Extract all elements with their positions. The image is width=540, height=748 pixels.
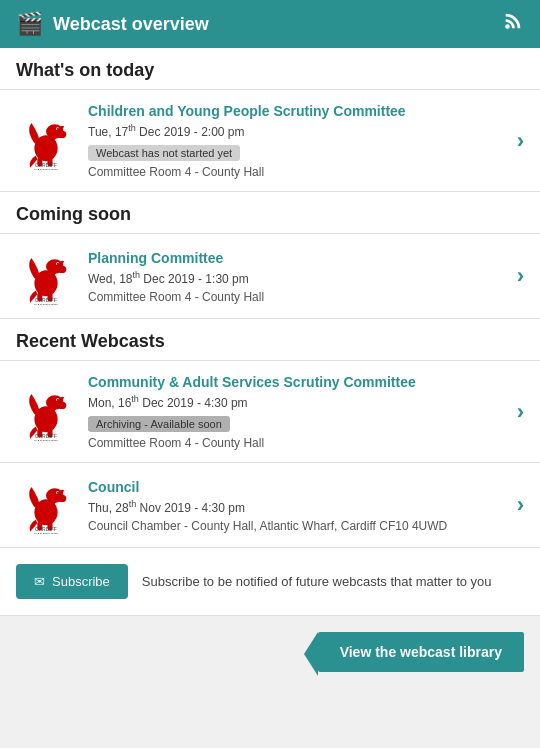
library-section: View the webcast library xyxy=(0,616,540,688)
event-title-planning: Planning Committee xyxy=(88,249,509,267)
recent-webcasts-header: Recent Webcasts xyxy=(0,319,540,361)
chevron-icon-council: › xyxy=(517,492,524,518)
coming-soon-header: Coming soon xyxy=(0,192,540,234)
header-title: Webcast overview xyxy=(53,14,209,35)
svg-point-0 xyxy=(505,24,510,29)
event-logo-planning: CARDIFF CAERDYDD xyxy=(16,246,76,306)
event-date-community: Mon, 16th Dec 2019 - 4:30 pm xyxy=(88,394,509,410)
event-logo: CARDIFF CAERDYDD xyxy=(16,111,76,171)
event-location-planning: Committee Room 4 - County Hall xyxy=(88,290,509,304)
event-content-council: Council Thu, 28th Nov 2019 - 4:30 pm Cou… xyxy=(88,478,509,533)
event-content: Children and Young People Scrutiny Commi… xyxy=(88,102,509,179)
event-content-community: Community & Adult Services Scrutiny Comm… xyxy=(88,373,509,450)
header: 🎬 Webcast overview xyxy=(0,0,540,48)
svg-text:CARDIFF: CARDIFF xyxy=(35,162,57,168)
chevron-icon: › xyxy=(517,128,524,154)
chevron-icon-community: › xyxy=(517,399,524,425)
event-date: Tue, 17th Dec 2019 - 2:00 pm xyxy=(88,123,509,139)
subscribe-button-label: Subscribe xyxy=(52,574,110,589)
event-row-planning[interactable]: CARDIFF CAERDYDD Planning Committee Wed,… xyxy=(0,234,540,319)
subscribe-section: ✉ Subscribe Subscribe to be notified of … xyxy=(0,548,540,616)
webcast-icon: 🎬 xyxy=(16,11,43,37)
event-badge-archiving: Archiving - Available soon xyxy=(88,416,230,432)
subscribe-description: Subscribe to be notified of future webca… xyxy=(142,573,492,591)
whats-on-today-header: What's on today xyxy=(0,48,540,90)
svg-text:CAERDYDD: CAERDYDD xyxy=(34,303,58,305)
event-location-community: Committee Room 4 - County Hall xyxy=(88,436,509,450)
rss-icon[interactable] xyxy=(502,10,524,38)
event-content-planning: Planning Committee Wed, 18th Dec 2019 - … xyxy=(88,249,509,304)
event-date-planning: Wed, 18th Dec 2019 - 1:30 pm xyxy=(88,270,509,286)
view-library-button[interactable]: View the webcast library xyxy=(318,632,524,672)
envelope-icon: ✉ xyxy=(34,574,45,589)
event-date-council: Thu, 28th Nov 2019 - 4:30 pm xyxy=(88,499,509,515)
event-logo-community: CARDIFF CAERDYDD xyxy=(16,382,76,442)
app-container: 🎬 Webcast overview What's on today xyxy=(0,0,540,688)
event-row-children-committee[interactable]: CARDIFF CAERDYDD Children and Young Peop… xyxy=(0,90,540,192)
event-badge-not-started: Webcast has not started yet xyxy=(88,145,240,161)
svg-text:CARDIFF: CARDIFF xyxy=(35,433,57,439)
event-location-council: Council Chamber - County Hall, Atlantic … xyxy=(88,519,509,533)
svg-text:CARDIFF: CARDIFF xyxy=(35,526,57,532)
svg-text:CAERDYDD: CAERDYDD xyxy=(34,439,58,441)
event-location: Committee Room 4 - County Hall xyxy=(88,165,509,179)
event-title-council: Council xyxy=(88,478,509,496)
svg-text:CAERDYDD: CAERDYDD xyxy=(34,168,58,170)
event-logo-council: CARDIFF CAERDYDD xyxy=(16,475,76,535)
header-left: 🎬 Webcast overview xyxy=(16,11,209,37)
svg-text:CARDIFF: CARDIFF xyxy=(35,297,57,303)
chevron-icon-planning: › xyxy=(517,263,524,289)
event-title-community: Community & Adult Services Scrutiny Comm… xyxy=(88,373,509,391)
event-row-community[interactable]: CARDIFF CAERDYDD Community & Adult Servi… xyxy=(0,361,540,463)
event-row-council[interactable]: CARDIFF CAERDYDD Council Thu, 28th Nov 2… xyxy=(0,463,540,548)
event-title: Children and Young People Scrutiny Commi… xyxy=(88,102,509,120)
svg-text:CAERDYDD: CAERDYDD xyxy=(34,533,58,535)
subscribe-button[interactable]: ✉ Subscribe xyxy=(16,564,128,599)
